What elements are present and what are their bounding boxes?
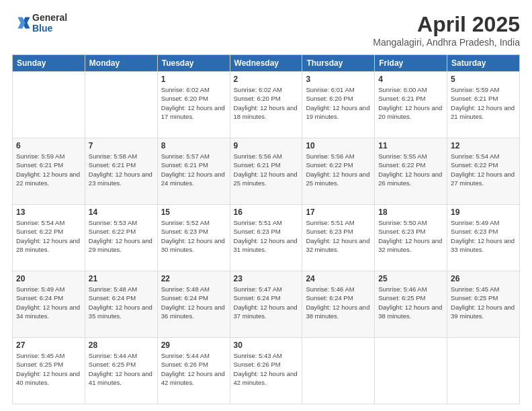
day-number: 7	[89, 141, 154, 150]
day-info: Sunrise: 6:02 AM Sunset: 6:20 PM Dayligh…	[234, 85, 299, 121]
day-number: 9	[234, 141, 299, 150]
calendar-cell: 18Sunrise: 5:50 AM Sunset: 6:23 PM Dayli…	[375, 205, 447, 271]
title-block: April 2025 Mangalagiri, Andhra Pradesh, …	[373, 12, 520, 48]
day-number: 2	[234, 75, 299, 84]
day-number: 28	[89, 340, 154, 350]
day-number: 15	[161, 208, 226, 217]
subtitle: Mangalagiri, Andhra Pradesh, India	[373, 37, 520, 48]
day-info: Sunrise: 5:53 AM Sunset: 6:22 PM Dayligh…	[89, 218, 154, 254]
calendar-cell: 29Sunrise: 5:44 AM Sunset: 6:26 PM Dayli…	[157, 338, 230, 404]
calendar-cell: 26Sunrise: 5:45 AM Sunset: 6:25 PM Dayli…	[447, 271, 520, 338]
day-header-monday: Monday	[85, 55, 157, 72]
calendar-header-row: SundayMondayTuesdayWednesdayThursdayFrid…	[13, 55, 520, 72]
calendar-cell: 12Sunrise: 5:54 AM Sunset: 6:22 PM Dayli…	[447, 138, 520, 205]
day-number: 29	[161, 340, 226, 350]
calendar-cell: 9Sunrise: 5:56 AM Sunset: 6:21 PM Daylig…	[230, 138, 302, 205]
day-info: Sunrise: 5:56 AM Sunset: 6:21 PM Dayligh…	[234, 152, 299, 187]
day-number: 12	[451, 141, 516, 150]
calendar-cell: 10Sunrise: 5:56 AM Sunset: 6:22 PM Dayli…	[302, 138, 375, 205]
page: General Blue April 2025 Mangalagiri, And…	[0, 0, 532, 411]
calendar-cell: 19Sunrise: 5:49 AM Sunset: 6:23 PM Dayli…	[447, 205, 520, 271]
calendar-cell: 30Sunrise: 5:43 AM Sunset: 6:26 PM Dayli…	[230, 338, 302, 404]
day-info: Sunrise: 5:45 AM Sunset: 6:25 PM Dayligh…	[16, 351, 81, 387]
day-header-friday: Friday	[375, 55, 447, 72]
calendar-table: SundayMondayTuesdayWednesdayThursdayFrid…	[12, 54, 520, 404]
day-number: 22	[161, 274, 226, 283]
day-info: Sunrise: 5:46 AM Sunset: 6:24 PM Dayligh…	[306, 285, 371, 320]
day-number: 19	[451, 208, 516, 217]
calendar-cell: 7Sunrise: 5:58 AM Sunset: 6:21 PM Daylig…	[85, 138, 157, 205]
day-number: 1	[161, 75, 226, 84]
calendar-cell: 22Sunrise: 5:48 AM Sunset: 6:24 PM Dayli…	[157, 271, 230, 338]
svg-marker-1	[17, 17, 25, 29]
day-info: Sunrise: 5:48 AM Sunset: 6:24 PM Dayligh…	[89, 285, 154, 320]
day-number: 14	[89, 208, 154, 217]
day-number: 18	[378, 208, 443, 217]
day-info: Sunrise: 5:50 AM Sunset: 6:23 PM Dayligh…	[378, 218, 443, 254]
calendar-cell: 21Sunrise: 5:48 AM Sunset: 6:24 PM Dayli…	[85, 271, 157, 338]
day-info: Sunrise: 5:54 AM Sunset: 6:22 PM Dayligh…	[451, 152, 516, 187]
day-number: 3	[306, 75, 371, 84]
day-header-sunday: Sunday	[13, 55, 85, 72]
day-header-saturday: Saturday	[447, 55, 520, 72]
day-info: Sunrise: 5:59 AM Sunset: 6:21 PM Dayligh…	[451, 85, 516, 121]
day-info: Sunrise: 5:44 AM Sunset: 6:25 PM Dayligh…	[89, 351, 154, 387]
calendar-cell: 2Sunrise: 6:02 AM Sunset: 6:20 PM Daylig…	[230, 72, 302, 138]
day-header-tuesday: Tuesday	[157, 55, 230, 72]
calendar-cell: 16Sunrise: 5:51 AM Sunset: 6:23 PM Dayli…	[230, 205, 302, 271]
day-info: Sunrise: 5:49 AM Sunset: 6:23 PM Dayligh…	[451, 218, 516, 254]
calendar-cell: 28Sunrise: 5:44 AM Sunset: 6:25 PM Dayli…	[85, 338, 157, 404]
day-number: 8	[161, 141, 226, 150]
day-number: 6	[16, 141, 81, 150]
day-number: 24	[306, 274, 371, 283]
calendar-cell: 8Sunrise: 5:57 AM Sunset: 6:21 PM Daylig…	[157, 138, 230, 205]
calendar-cell	[85, 72, 157, 138]
day-info: Sunrise: 6:01 AM Sunset: 6:20 PM Dayligh…	[306, 85, 371, 121]
calendar-cell: 24Sunrise: 5:46 AM Sunset: 6:24 PM Dayli…	[302, 271, 375, 338]
week-row-1: 1Sunrise: 6:02 AM Sunset: 6:20 PM Daylig…	[13, 72, 520, 138]
day-number: 30	[234, 340, 299, 350]
day-info: Sunrise: 6:02 AM Sunset: 6:20 PM Dayligh…	[161, 85, 226, 121]
calendar-cell: 15Sunrise: 5:52 AM Sunset: 6:23 PM Dayli…	[157, 205, 230, 271]
day-number: 4	[378, 75, 443, 84]
calendar-cell: 23Sunrise: 5:47 AM Sunset: 6:24 PM Dayli…	[230, 271, 302, 338]
day-number: 21	[89, 274, 154, 283]
calendar-cell: 6Sunrise: 5:59 AM Sunset: 6:21 PM Daylig…	[13, 138, 85, 205]
day-info: Sunrise: 5:54 AM Sunset: 6:22 PM Dayligh…	[16, 218, 81, 254]
calendar-cell: 25Sunrise: 5:46 AM Sunset: 6:25 PM Dayli…	[375, 271, 447, 338]
day-info: Sunrise: 5:46 AM Sunset: 6:25 PM Dayligh…	[378, 285, 443, 320]
calendar-cell	[13, 72, 85, 138]
day-info: Sunrise: 5:45 AM Sunset: 6:25 PM Dayligh…	[451, 285, 516, 320]
day-number: 27	[16, 340, 81, 350]
calendar-cell: 3Sunrise: 6:01 AM Sunset: 6:20 PM Daylig…	[302, 72, 375, 138]
day-info: Sunrise: 5:57 AM Sunset: 6:21 PM Dayligh…	[161, 152, 226, 187]
day-info: Sunrise: 5:51 AM Sunset: 6:23 PM Dayligh…	[234, 218, 299, 254]
week-row-2: 6Sunrise: 5:59 AM Sunset: 6:21 PM Daylig…	[13, 138, 520, 205]
day-number: 20	[16, 274, 81, 283]
main-title: April 2025	[373, 12, 520, 37]
day-number: 16	[234, 208, 299, 217]
logo: General Blue	[12, 12, 67, 34]
day-info: Sunrise: 5:47 AM Sunset: 6:24 PM Dayligh…	[234, 285, 299, 320]
day-info: Sunrise: 5:49 AM Sunset: 6:24 PM Dayligh…	[16, 285, 81, 320]
calendar-cell: 17Sunrise: 5:51 AM Sunset: 6:23 PM Dayli…	[302, 205, 375, 271]
week-row-5: 27Sunrise: 5:45 AM Sunset: 6:25 PM Dayli…	[13, 338, 520, 404]
day-info: Sunrise: 5:48 AM Sunset: 6:24 PM Dayligh…	[161, 285, 226, 320]
calendar-cell: 4Sunrise: 6:00 AM Sunset: 6:21 PM Daylig…	[375, 72, 447, 138]
day-number: 17	[306, 208, 371, 217]
day-number: 10	[306, 141, 371, 150]
day-number: 5	[451, 75, 516, 84]
day-info: Sunrise: 5:44 AM Sunset: 6:26 PM Dayligh…	[161, 351, 226, 387]
day-info: Sunrise: 5:59 AM Sunset: 6:21 PM Dayligh…	[16, 152, 81, 187]
calendar-cell: 14Sunrise: 5:53 AM Sunset: 6:22 PM Dayli…	[85, 205, 157, 271]
calendar-cell: 1Sunrise: 6:02 AM Sunset: 6:20 PM Daylig…	[157, 72, 230, 138]
day-number: 25	[378, 274, 443, 283]
day-info: Sunrise: 6:00 AM Sunset: 6:21 PM Dayligh…	[378, 85, 443, 121]
day-number: 23	[234, 274, 299, 283]
calendar-cell	[375, 338, 447, 404]
day-info: Sunrise: 5:55 AM Sunset: 6:22 PM Dayligh…	[378, 152, 443, 187]
day-info: Sunrise: 5:58 AM Sunset: 6:21 PM Dayligh…	[89, 152, 154, 187]
logo-text: General Blue	[32, 12, 67, 34]
day-header-thursday: Thursday	[302, 55, 375, 72]
day-info: Sunrise: 5:56 AM Sunset: 6:22 PM Dayligh…	[306, 152, 371, 187]
